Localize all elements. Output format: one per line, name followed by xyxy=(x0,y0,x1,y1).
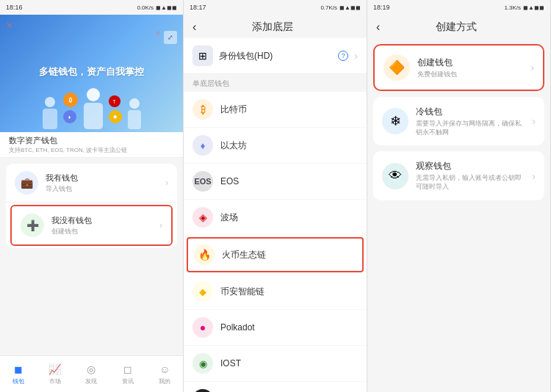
nav-discover-label: 发现 xyxy=(85,377,97,385)
wallet-name-1: 我有钱包 xyxy=(46,173,158,184)
chevron-icon-1: › xyxy=(165,178,168,188)
chain-name-ethereum: 以太坊 xyxy=(220,139,358,152)
network-speed-1: 0.0K/s xyxy=(137,4,154,11)
hero-sub-section: 数字资产钱包 支持BTC, ETH, EOS, TRON, 波卡等主流公链 xyxy=(0,132,183,158)
creation-chevron-watch: › xyxy=(532,170,536,182)
chain-icon-polkadot: ● xyxy=(192,317,213,338)
panel2-title: 添加底层 xyxy=(202,21,343,34)
panel2-header: ‹ 添加底层 xyxy=(184,15,367,38)
nav-news[interactable]: ◻ 资讯 xyxy=(109,363,146,385)
chain-item-kusama[interactable]: K Kusama xyxy=(184,382,367,392)
creation-item-create[interactable]: 🔶 创建钱包 免费创建钱包 › xyxy=(373,44,544,91)
wallet-info-1: 我有钱包 导入钱包 xyxy=(46,173,158,194)
wallet-sub-2: 创建钱包 xyxy=(51,227,152,236)
creation-icon-watch: 👁 xyxy=(382,163,408,189)
chain-item-tron[interactable]: ◈ 波场 xyxy=(184,200,367,236)
wallet-sub-1: 导入钱包 xyxy=(46,184,158,194)
creation-sub-watch: 无需导入私钥，输入账号或者公钥即可随时导入 xyxy=(416,174,525,191)
hero-sub-detail: 支持BTC, ETH, EOS, TRON, 波卡等主流公链 xyxy=(9,146,174,154)
creation-sub-create: 免费创建钱包 xyxy=(417,70,523,79)
creation-item-cold[interactable]: ❄ 冷钱包 需要导入并保存与网络隔离，确保私钥永不触网 › xyxy=(373,97,544,145)
chain-item-bsc[interactable]: ◆ 币安智能链 xyxy=(184,274,367,310)
chain-name-eos: EOS xyxy=(220,176,358,186)
chain-item-eos[interactable]: EOS EOS xyxy=(184,164,367,200)
signal-icons-2: ◼▲◼◼ xyxy=(339,4,361,11)
back-button-3[interactable]: ‹ xyxy=(376,21,380,34)
back-button-2[interactable]: ‹ xyxy=(192,21,196,34)
deco-x1: ✕ xyxy=(6,21,13,31)
wallet-item-create[interactable]: ➕ 我没有钱包 创建钱包 › xyxy=(10,205,173,246)
nav-market-label: 市场 xyxy=(49,377,61,385)
hd-wallet-label: 身份钱包(HD) xyxy=(219,50,332,62)
status-icons-2: 0.7K/s ◼▲◼◼ xyxy=(320,4,361,11)
nav-wallet[interactable]: ◼ 钱包 xyxy=(0,363,37,385)
creation-item-watch[interactable]: 👁 观察钱包 无需导入私钥，输入账号或者公钥即可随时导入 › xyxy=(373,151,544,200)
chain-icon-ethereum: ♦ xyxy=(192,135,213,156)
signal-icons-1: ◼▲◼◼ xyxy=(156,4,177,11)
status-time-2: 18:17 xyxy=(190,4,206,11)
network-speed-2: 0.7K/s xyxy=(320,4,337,11)
hero-title: 多链钱包，资产自我掌控 xyxy=(39,65,144,79)
chain-item-bitcoin[interactable]: ₿ 比特币 xyxy=(184,92,367,128)
chain-name-iost: IOST xyxy=(220,358,358,369)
chain-item-polkadot[interactable]: ● Polkadot xyxy=(184,310,367,346)
wallet-icon-1: 💼 xyxy=(15,171,38,195)
wallet-info-2: 我没有钱包 创建钱包 xyxy=(51,215,152,236)
creation-info-watch: 观察钱包 无需导入私钥，输入账号或者公钥即可随时导入 xyxy=(416,160,525,191)
nav-discover[interactable]: ◎ 发现 xyxy=(73,363,110,385)
network-speed-3: 1.3K/s xyxy=(504,4,521,11)
nav-discover-icon: ◎ xyxy=(84,363,98,376)
chain-icon-kusama: K xyxy=(192,389,213,392)
signal-icons-3: ◼▲◼◼ xyxy=(523,4,544,11)
chain-item-ethereum[interactable]: ♦ 以太坊 xyxy=(184,128,367,164)
wallet-icon-2: ➕ xyxy=(21,214,44,237)
hd-wallet-icon: ⊞ xyxy=(192,46,213,66)
creation-chevron-cold: › xyxy=(532,115,536,127)
creation-name-cold: 冷钱包 xyxy=(416,106,525,118)
hd-wallet-row[interactable]: ⊞ 身份钱包(HD) ? › xyxy=(184,38,367,74)
wallet-item-existing[interactable]: 💼 我有钱包 导入钱包 › xyxy=(6,164,177,203)
bottom-navigation: ◼ 钱包 📈 市场 ◎ 发现 ◻ 资讯 ☺ 我的 xyxy=(0,355,183,392)
panel-creation-method: 18:19 1.3K/s ◼▲◼◼ ‹ 创建方式 🔶 创建钱包 免费创建钱包 ›… xyxy=(367,0,551,392)
nav-market-icon: 📈 xyxy=(48,363,62,376)
panel-add-chain: 18:17 0.7K/s ◼▲◼◼ ‹ 添加底层 ⊞ 身份钱包(HD) ? › … xyxy=(184,0,367,392)
chain-item-huobi[interactable]: 🔥 火币生态链 xyxy=(187,237,364,272)
creation-name-watch: 观察钱包 xyxy=(416,160,525,173)
nav-news-label: 资讯 xyxy=(122,377,134,385)
chain-item-iost[interactable]: ◉ IOST xyxy=(184,346,367,382)
chain-icon-iost: ◉ xyxy=(192,353,213,374)
nav-mine[interactable]: ☺ 我的 xyxy=(146,363,183,385)
creation-sub-cold: 需要导入并保存与网络隔离，确保私钥永不触网 xyxy=(416,120,525,137)
nav-mine-icon: ☺ xyxy=(158,363,171,376)
creation-info-cold: 冷钱包 需要导入并保存与网络隔离，确保私钥永不触网 xyxy=(416,106,525,137)
nav-mine-label: 我的 xyxy=(159,377,170,385)
chain-name-huobi: 火币生态链 xyxy=(222,249,356,261)
deco-x2: ✕ xyxy=(155,29,161,37)
status-icons-3: 1.3K/s ◼▲◼◼ xyxy=(504,4,544,11)
creation-icon-create: 🔶 xyxy=(383,54,410,81)
wallet-name-2: 我没有钱包 xyxy=(51,215,152,226)
status-icons-1: 0.0K/s ◼▲◼◼ xyxy=(137,4,177,11)
chain-icon-tron: ◈ xyxy=(192,207,213,228)
hd-chevron: › xyxy=(354,50,358,62)
chain-icon-bitcoin: ₿ xyxy=(192,99,213,120)
nav-wallet-label: 钱包 xyxy=(12,377,24,385)
chain-icon-huobi: 🔥 xyxy=(194,244,215,265)
chain-icon-bsc: ◆ xyxy=(192,281,213,302)
status-time-3: 18:19 xyxy=(373,4,390,11)
status-bar-3: 18:19 1.3K/s ◼▲◼◼ xyxy=(367,0,550,15)
creation-name-create: 创建钱包 xyxy=(417,57,523,69)
chain-name-polkadot: Polkadot xyxy=(220,322,358,333)
creation-info-create: 创建钱包 免费创建钱包 xyxy=(417,57,523,79)
hero-sub-title: 数字资产钱包 xyxy=(9,135,174,146)
expand-button[interactable]: ⤢ xyxy=(164,31,177,44)
chevron-icon-2: › xyxy=(159,220,162,231)
hd-info-icon[interactable]: ? xyxy=(338,51,348,61)
status-time-1: 18:16 xyxy=(6,4,23,11)
creation-chevron-create: › xyxy=(530,62,534,73)
single-chain-label: 单底层钱包 xyxy=(184,74,367,92)
nav-wallet-icon: ◼ xyxy=(12,363,25,376)
nav-news-icon: ◻ xyxy=(121,363,134,376)
panel3-header: ‹ 创建方式 xyxy=(367,15,550,38)
nav-market[interactable]: 📈 市场 xyxy=(37,363,73,385)
